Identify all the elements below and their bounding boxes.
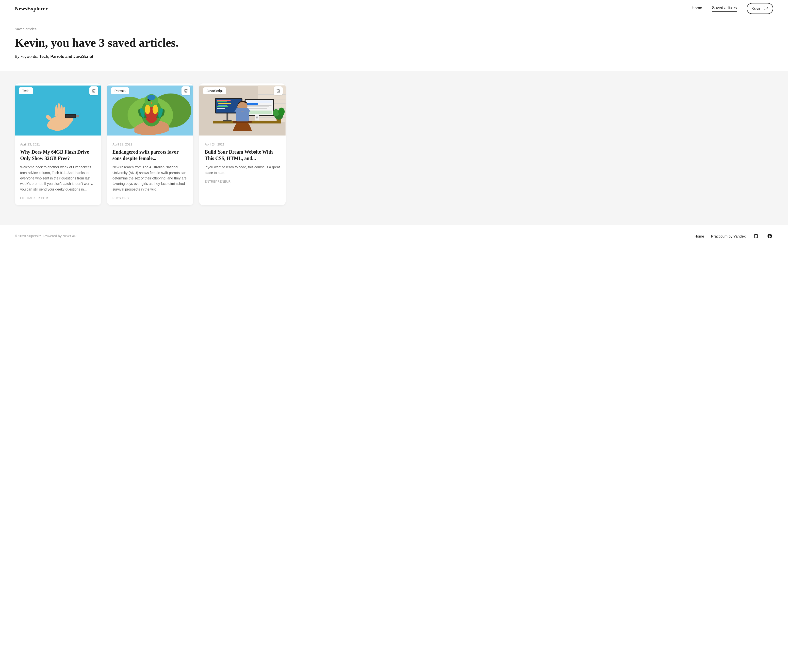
article-card-2: JavaScript April 24, 2021 Build Your Dre… <box>199 84 286 205</box>
keywords-prefix: By keywords: <box>15 54 40 59</box>
article-body-0: April 23, 2021 Why Does My 64GB Flash Dr… <box>15 138 101 205</box>
keywords-value: Tech, Parrots and JavaScript <box>40 54 93 59</box>
footer-right: Home Practicum by Yandex <box>694 233 773 239</box>
svg-point-56 <box>278 108 285 116</box>
svg-point-13 <box>145 105 150 114</box>
article-text-0: Welcome back to another week of Lifehack… <box>20 165 96 192</box>
nav-link-saved[interactable]: Saved articles <box>712 6 737 11</box>
article-image-wrapper-1: Parrots <box>107 84 194 138</box>
article-source-1: PHYS.ORG <box>113 197 188 200</box>
article-tag-1: Parrots <box>111 87 129 94</box>
article-text-2: If you want to learn to code, this cours… <box>205 165 280 176</box>
article-image-wrapper-2: JavaScript <box>199 84 286 138</box>
hero-keywords: By keywords: Tech, Parrots and JavaScrip… <box>15 54 773 59</box>
nav-user-button[interactable]: Kevin <box>747 3 773 14</box>
svg-point-17 <box>147 95 156 100</box>
article-date-0: April 23, 2021 <box>20 143 96 146</box>
hero-section: Saved articles Kevin, you have 3 saved a… <box>0 17 788 71</box>
article-body-1: April 28, 2021 Endangered swift parrots … <box>107 138 194 205</box>
svg-rect-37 <box>217 101 227 102</box>
svg-rect-32 <box>223 120 232 122</box>
svg-rect-36 <box>217 100 230 101</box>
article-delete-btn-2[interactable] <box>274 86 283 95</box>
svg-rect-39 <box>218 105 227 106</box>
nav-links: Home Saved articles Kevin <box>692 3 773 14</box>
svg-rect-41 <box>217 108 225 109</box>
article-delete-btn-1[interactable] <box>181 86 191 95</box>
article-title-1: Endangered swift parrots favor sons desp… <box>113 149 188 162</box>
nav-logo: NewsExplorer <box>15 5 48 12</box>
github-icon[interactable] <box>753 233 759 239</box>
footer: © 2020 Supersite, Powered by News API Ho… <box>0 225 788 247</box>
hero-title: Kevin, you have 3 saved articles. <box>15 36 773 49</box>
article-body-2: April 24, 2021 Build Your Dream Website … <box>199 138 286 189</box>
article-title-0: Why Does My 64GB Flash Drive Only Show 3… <box>20 149 96 162</box>
article-date-1: April 28, 2021 <box>113 143 188 146</box>
svg-point-59 <box>256 117 258 118</box>
article-tag-2: JavaScript <box>203 87 226 94</box>
facebook-icon[interactable] <box>766 233 773 239</box>
svg-rect-49 <box>246 111 272 114</box>
footer-copyright: © 2020 Supersite, Powered by News API <box>15 234 78 238</box>
article-delete-btn-0[interactable] <box>89 86 98 95</box>
svg-rect-40 <box>217 106 228 107</box>
article-source-2: ENTREPRENEUR <box>205 180 280 183</box>
svg-rect-4 <box>76 115 79 117</box>
article-tag-0: Tech <box>19 87 33 94</box>
svg-rect-45 <box>246 103 258 105</box>
article-card-0: Tech April 23, 2021 Why Does My 64GB Fla… <box>15 84 101 205</box>
svg-rect-47 <box>246 106 269 108</box>
article-image-wrapper-0: Tech <box>15 84 101 138</box>
svg-rect-5 <box>66 115 75 118</box>
articles-grid: Tech April 23, 2021 Why Does My 64GB Fla… <box>15 84 286 205</box>
article-source-0: LIFEHACKER.COM <box>20 197 96 200</box>
svg-rect-46 <box>246 105 272 106</box>
nav-link-home[interactable]: Home <box>692 6 702 11</box>
article-date-2: April 24, 2021 <box>205 143 280 146</box>
breadcrumb: Saved articles <box>15 27 773 31</box>
svg-point-55 <box>273 109 279 117</box>
footer-link-practicum[interactable]: Practicum by Yandex <box>711 234 746 238</box>
article-title-2: Build Your Dream Website With This CSS, … <box>205 149 280 162</box>
svg-rect-48 <box>246 108 267 109</box>
navbar: NewsExplorer Home Saved articles Kevin <box>0 0 788 17</box>
articles-section: Tech April 23, 2021 Why Does My 64GB Fla… <box>0 71 788 225</box>
svg-point-14 <box>153 105 158 114</box>
article-card-1: Parrots April 28, 2021 Endangered swift … <box>107 84 194 205</box>
logout-icon <box>763 5 768 11</box>
svg-rect-44 <box>246 101 272 103</box>
svg-rect-30 <box>227 113 228 120</box>
nav-user-name: Kevin <box>751 6 761 11</box>
article-text-1: New research from The Australian Nationa… <box>113 165 188 192</box>
footer-link-home[interactable]: Home <box>694 234 704 238</box>
svg-rect-38 <box>218 103 231 104</box>
